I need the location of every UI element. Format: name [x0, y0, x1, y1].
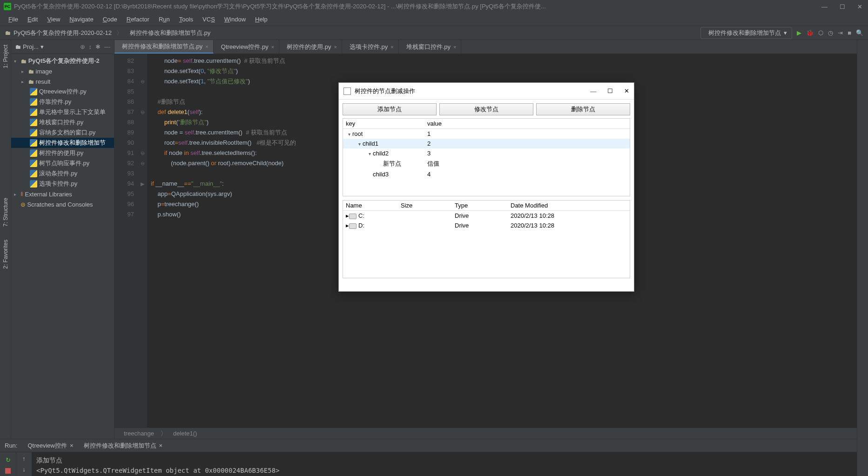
editor-tab[interactable]: 树控件的使用.py×	[279, 40, 342, 54]
close-tab-icon[interactable]: ×	[390, 44, 393, 50]
minimize-button[interactable]: —	[820, 3, 829, 10]
qt-close-button[interactable]: ✕	[624, 87, 629, 95]
project-root[interactable]: ▾🖿 PyQt5各个复杂控件使用-2	[11, 56, 114, 66]
menu-navigate[interactable]: Navigate	[65, 16, 98, 23]
editor-tab[interactable]: 树控件修改和删除增加节点.py×	[114, 40, 214, 54]
structure-tool-button[interactable]: 7: Structure	[2, 196, 9, 228]
code-breadcrumb: treechange 〉 delete1()	[114, 428, 868, 439]
editor-tab[interactable]: 选项卡控件.py×	[342, 40, 399, 54]
run-tab-1[interactable]: Qtreeview控件 ×	[25, 442, 73, 450]
stop-button[interactable]: ■	[848, 29, 851, 36]
menu-file[interactable]: File	[4, 16, 23, 23]
locate-icon[interactable]: ⊕	[80, 43, 85, 50]
down-button[interactable]: ↓	[22, 466, 26, 473]
favorites-tool-button[interactable]: 2: Favorites	[2, 238, 9, 271]
editor-tab[interactable]: Qtreeview控件.py×	[214, 40, 279, 54]
qt-fs-row[interactable]: ▸C:Drive2020/2/13 10:28	[343, 211, 630, 221]
run-tab-2[interactable]: 树控件修改和删除增加节点 ×	[81, 442, 163, 450]
run-button[interactable]: ▶	[797, 29, 801, 36]
qt-minimize-button[interactable]: —	[590, 87, 596, 95]
project-file[interactable]: 堆栈窗口控件.py	[11, 117, 114, 127]
menu-window[interactable]: Window	[220, 16, 250, 23]
close-tab-icon[interactable]: ×	[334, 44, 336, 50]
qt-fs-header-date[interactable]: Date Modified	[508, 201, 630, 210]
folder-icon: 🖿	[5, 29, 11, 36]
qt-window-icon	[343, 87, 351, 95]
qt-tree-item[interactable]: ▾child23	[343, 148, 630, 158]
qt-add-button[interactable]: 添加节点	[343, 103, 437, 115]
project-file[interactable]: 树控件的使用.py	[11, 148, 114, 158]
qt-fs-header-type[interactable]: Type	[452, 201, 508, 210]
profile-button[interactable]: ◷	[828, 29, 833, 36]
project-tree[interactable]: ▾🖿 PyQt5各个复杂控件使用-2▸🖿 image▸🖿 resultQtree…	[11, 54, 114, 211]
qt-delete-button[interactable]: 删除节点	[536, 103, 630, 115]
project-file[interactable]: 容纳多文档的窗口.py	[11, 127, 114, 138]
up-button[interactable]: ↑	[22, 455, 26, 462]
menu-view[interactable]: View	[42, 16, 65, 23]
menu-help[interactable]: Help	[250, 16, 272, 23]
menu-refactor[interactable]: Refactor	[122, 16, 154, 23]
project-file[interactable]: 停靠控件.py	[11, 97, 114, 107]
hide-icon[interactable]: —	[104, 43, 110, 50]
project-file[interactable]: Qtreeview控件.py	[11, 87, 114, 97]
app-icon: PC	[4, 3, 11, 10]
close-tab-icon[interactable]: ×	[271, 44, 274, 50]
debug-button[interactable]: 🐞	[806, 29, 814, 36]
run-panel: Run: Qtreeview控件 × 树控件修改和删除增加节点 × ✱ ↻ ❚❚…	[0, 439, 868, 476]
navigation-bar: 🖿 PyQt5各个复杂控件使用-2020-02-12 〉 树控件修改和删除增加节…	[0, 26, 868, 40]
qt-modify-button[interactable]: 修改节点	[439, 103, 533, 115]
qt-tree-header-key[interactable]: key	[343, 119, 424, 128]
run-config-selector[interactable]: 树控件修改和删除增加节点 ▾	[700, 27, 792, 39]
scratches[interactable]: ⊚ Scratches and Consoles	[11, 199, 114, 209]
breadcrumb-function[interactable]: delete1()	[173, 430, 197, 437]
external-libraries[interactable]: ▸⫴ External Libraries	[11, 189, 114, 199]
editor-tabs: 树控件修改和删除增加节点.py×Qtreeview控件.py×树控件的使用.py…	[114, 40, 868, 54]
run-coverage-button[interactable]: ⬡	[818, 29, 823, 36]
fold-gutter[interactable]: ⊖⊖⊖⊖▶	[138, 54, 147, 428]
qt-window-title: 树控件的节点删减操作	[355, 87, 415, 95]
rerun-button[interactable]: ↻	[3, 455, 13, 464]
expand-icon[interactable]: ↕	[89, 43, 92, 50]
attach-button[interactable]: ⇥	[838, 29, 843, 36]
breadcrumb-file[interactable]: 树控件修改和删除增加节点.py	[130, 29, 210, 37]
qt-tree-item[interactable]: child34	[343, 169, 630, 179]
menu-tools[interactable]: Tools	[175, 16, 198, 23]
qt-tree-item[interactable]: ▾root1	[343, 129, 630, 139]
menu-edit[interactable]: Edit	[23, 16, 42, 23]
project-panel-title[interactable]: 🖿 Proj... ▾	[15, 43, 44, 50]
breadcrumb-class[interactable]: treechange	[124, 430, 154, 437]
qt-maximize-button[interactable]: ☐	[607, 87, 613, 95]
project-tool-button[interactable]: 1: Project	[2, 43, 9, 70]
project-folder[interactable]: ▸🖿 result	[11, 76, 114, 87]
editor-tab[interactable]: 堆栈窗口控件.py×	[399, 40, 462, 54]
menu-vcs[interactable]: VCS	[198, 16, 220, 23]
menu-run[interactable]: Run	[154, 16, 175, 23]
qt-fs-row[interactable]: ▸D:Drive2020/2/13 10:28	[343, 221, 630, 230]
right-tool-stripe	[857, 40, 868, 476]
project-file[interactable]: 树节点响应事件.py	[11, 158, 114, 168]
project-file[interactable]: 滚动条控件.py	[11, 168, 114, 179]
settings-icon[interactable]: ✱	[95, 43, 101, 50]
qt-tree-widget[interactable]: key value ▾root1▾child12▾child23新节点信值chi…	[343, 118, 630, 196]
qt-dialog-window: 树控件的节点删减操作 — ☐ ✕ 添加节点 修改节点 删除节点 key valu…	[338, 82, 634, 292]
close-tab-icon[interactable]: ×	[205, 44, 208, 49]
console-output[interactable]: 添加节点 <PyQt5.QtWidgets.QTreeWidgetItem ob…	[32, 452, 868, 476]
project-folder[interactable]: ▸🖿 image	[11, 66, 114, 76]
qt-fs-header-size[interactable]: Size	[398, 201, 452, 210]
maximize-button[interactable]: ☐	[838, 3, 847, 10]
project-file[interactable]: 树控件修改和删除增加节	[11, 138, 114, 148]
close-tab-icon[interactable]: ×	[453, 44, 456, 50]
close-button[interactable]: ✕	[855, 3, 864, 10]
qt-fs-header-name[interactable]: Name	[343, 201, 398, 210]
project-file[interactable]: 选项卡控件.py	[11, 179, 114, 189]
menu-code[interactable]: Code	[98, 16, 122, 23]
qt-filesystem-view[interactable]: Name Size Type Date Modified ▸C:Drive202…	[343, 200, 630, 278]
qt-tree-item[interactable]: ▾child12	[343, 139, 630, 148]
qt-tree-header-value[interactable]: value	[424, 119, 630, 128]
qt-tree-item[interactable]: 新节点信值	[343, 158, 630, 169]
qt-titlebar[interactable]: 树控件的节点删减操作 — ☐ ✕	[339, 83, 634, 100]
search-everywhere-button[interactable]: 🔍	[856, 29, 863, 36]
breadcrumb-folder[interactable]: PyQt5各个复杂控件使用-2020-02-12	[13, 29, 112, 37]
project-file[interactable]: 单元格中显示上下文菜单	[11, 107, 114, 117]
stop-run-button[interactable]	[5, 468, 11, 474]
